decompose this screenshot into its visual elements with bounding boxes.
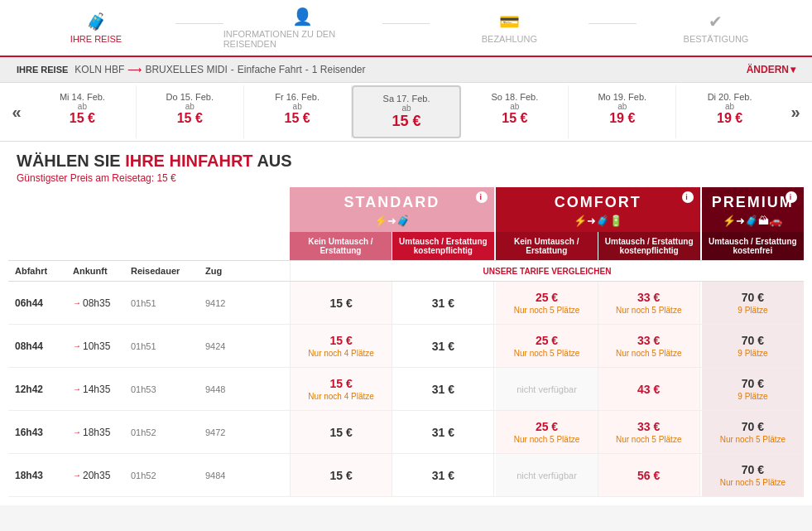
standard-info-icon[interactable]: i (476, 191, 488, 203)
prev-date-button[interactable]: « (4, 83, 29, 141)
train-info: 06h44 →08h35 01h51 9412 (8, 282, 290, 324)
arrival-arrow-icon: → (73, 384, 81, 393)
price-cell[interactable]: 15 € Nur noch 4 Plätze (291, 368, 392, 410)
price-cell[interactable]: 31 € (392, 282, 494, 324)
next-date-button[interactable]: » (783, 83, 808, 141)
trip-type: Einfache Fahrt (238, 64, 302, 75)
premium-info-icon[interactable]: i (786, 191, 797, 203)
nav-divider-3 (589, 23, 637, 24)
price-value: 70 € (742, 463, 764, 476)
price-cell[interactable]: 15 € Nur noch 4 Plätze (291, 325, 392, 367)
price-cell[interactable]: 31 € (392, 411, 494, 453)
section-title: WÄHLEN SIE IHRE HINFAHRT AUS (17, 152, 795, 171)
checkmark-icon: ✔ (709, 12, 723, 31)
luggage-icon: 🧳 (86, 12, 107, 31)
nav-step-bezahlung[interactable]: 💳 BEZAHLUNG (430, 12, 589, 44)
route-info: KOLN HBF ⟶ BRUXELLES MIDI - Einfache Fah… (74, 64, 365, 75)
price-cell[interactable]: 15 € (291, 454, 392, 496)
title-highlight-hinfahrt: HINFAHRT (169, 152, 252, 170)
price-cell[interactable]: 31 € (392, 368, 494, 410)
standard-header: STANDARD i ⚡➜🧳 Kein Umtausch / Erstattun… (290, 187, 496, 260)
price-cell[interactable]: 15 € (291, 411, 392, 453)
date-cell-5[interactable]: Mo 19. Feb. ab 19 € (569, 85, 676, 138)
price-note: Nur noch 4 Plätze (308, 392, 374, 401)
date-cell-2[interactable]: Fr 16. Feb. ab 15 € (244, 85, 352, 138)
price-value: 70 € (742, 334, 764, 347)
premium-title: PREMIUM i (702, 187, 804, 213)
date-cell-3[interactable]: Sa 17. Feb. ab 15 € (352, 85, 462, 138)
price-value: 15 € (329, 334, 352, 347)
top-navigation: 🧳 IHRE REISE 👤 INFORMATIONEN ZU DEN REIS… (0, 0, 812, 57)
date-cell-6[interactable]: Di 20. Feb. ab 19 € (676, 85, 783, 138)
zug-number: 9448 (199, 381, 290, 398)
comfort-prices: nicht verfügbar 43 € (494, 368, 699, 410)
train-rows: 06h44 →08h35 01h51 9412 15 € 31 € (8, 282, 804, 497)
nav-divider-1 (175, 23, 223, 24)
price-value: 25 € (536, 291, 558, 304)
standard-title: STANDARD i (290, 187, 494, 213)
date-cell-4[interactable]: So 18. Feb. ab 15 € (461, 85, 569, 138)
comfort-no-exchange-label: Kein Umtausch / Erstattung (496, 232, 598, 260)
arrival-arrow-icon: → (73, 471, 81, 480)
comfort-prices: 25 € Nur noch 5 Plätze 33 € Nur noch 5 P… (494, 411, 699, 453)
price-cell[interactable]: 56 € (598, 454, 700, 496)
price-cell: nicht verfügbar (496, 454, 598, 496)
from-label: ab (357, 104, 457, 113)
date-cell-1[interactable]: Do 15. Feb. ab 15 € (137, 85, 244, 138)
price-note: Nur noch 5 Plätze (514, 435, 580, 444)
reisedauer: 01h52 (124, 424, 199, 441)
premium-sub-headers: Umtausch / Erstattung kostenfrei (702, 232, 804, 260)
person-icon: 👤 (292, 7, 313, 27)
comfort-info-icon[interactable]: i (682, 191, 694, 203)
price-cell[interactable]: 25 € Nur noch 5 Plätze (496, 282, 598, 324)
comfort-prices: nicht verfügbar 56 € (494, 454, 699, 496)
price-value: 15 € (329, 426, 352, 439)
from-label: ab (680, 102, 780, 111)
date-cell-0[interactable]: Mi 14. Feb. ab 15 € (29, 85, 137, 138)
ankunft-header: Ankunft (66, 261, 124, 281)
day-name: Sa 17. Feb. (357, 94, 457, 104)
price-cell[interactable]: 70 € Nur noch 5 Plätze (702, 454, 804, 496)
comfort-prices: 25 € Nur noch 5 Plätze 33 € Nur noch 5 P… (494, 325, 699, 367)
price-note: 9 Plätze (738, 306, 767, 315)
price-cell[interactable]: 15 € (291, 282, 392, 324)
price-cell[interactable]: 33 € Nur noch 5 Plätze (598, 325, 700, 367)
reisedauer: 01h52 (124, 467, 199, 484)
price-cell[interactable]: 31 € (392, 454, 494, 496)
price-cell[interactable]: 31 € (392, 325, 494, 367)
comfort-prices: 25 € Nur noch 5 Plätze 33 € Nur noch 5 P… (494, 282, 699, 324)
train-info: 08h44 →10h35 01h51 9424 (8, 325, 290, 367)
price-value: 56 € (637, 469, 660, 482)
nav-step-informationen[interactable]: 👤 INFORMATIONEN ZU DEN REISENDEN (223, 7, 382, 49)
comfort-sub-headers: Kein Umtausch / Erstattung Umtausch / Er… (496, 232, 700, 260)
price-note: Nur noch 5 Plätze (616, 435, 682, 444)
day-name: So 18. Feb. (464, 92, 565, 102)
nav-step-ihre-reise[interactable]: 🧳 IHRE REISE (17, 12, 175, 44)
price-cell[interactable]: 70 € 9 Plätze (702, 325, 804, 367)
price-cell[interactable]: 25 € Nur noch 5 Plätze (496, 325, 598, 367)
price-cell[interactable]: 43 € (598, 368, 700, 410)
ankunft-time: →10h35 (66, 337, 124, 355)
price-cell[interactable]: 70 € 9 Plätze (702, 368, 804, 410)
price-cell[interactable]: 70 € 9 Plätze (702, 282, 804, 324)
train-info: 18h43 →20h35 01h52 9484 (8, 454, 290, 496)
abfahrt-header: Abfahrt (8, 261, 66, 281)
nav-step-bestaetigung[interactable]: ✔ BESTÄTIGUNG (637, 12, 795, 44)
price-note: Nur noch 5 Plätze (616, 306, 682, 315)
price-cell[interactable]: 33 € Nur noch 5 Plätze (598, 411, 700, 453)
route-separator-2: - (305, 64, 309, 75)
premium-icons: ⚡➜🧳🏔🚗 (702, 213, 804, 232)
price-value: 33 € (637, 334, 660, 347)
day-name: Di 20. Feb. (680, 92, 780, 102)
zug-number: 9472 (199, 424, 290, 441)
price-note: Nur noch 5 Plätze (514, 349, 580, 358)
from-label: ab (140, 102, 240, 111)
change-button[interactable]: ÄNDERN ▾ (747, 64, 795, 75)
price-cell[interactable]: 33 € Nur noch 5 Plätze (598, 282, 700, 324)
price-value: 15 € (329, 469, 352, 482)
nav-step-label: INFORMATIONEN ZU DEN REISENDEN (223, 29, 382, 49)
price-cell[interactable]: 70 € Nur noch 5 Plätze (702, 411, 804, 453)
nav-step-label: BESTÄTIGUNG (684, 34, 749, 44)
arrival-arrow-icon: → (73, 298, 81, 307)
price-cell[interactable]: 25 € Nur noch 5 Plätze (496, 411, 598, 453)
